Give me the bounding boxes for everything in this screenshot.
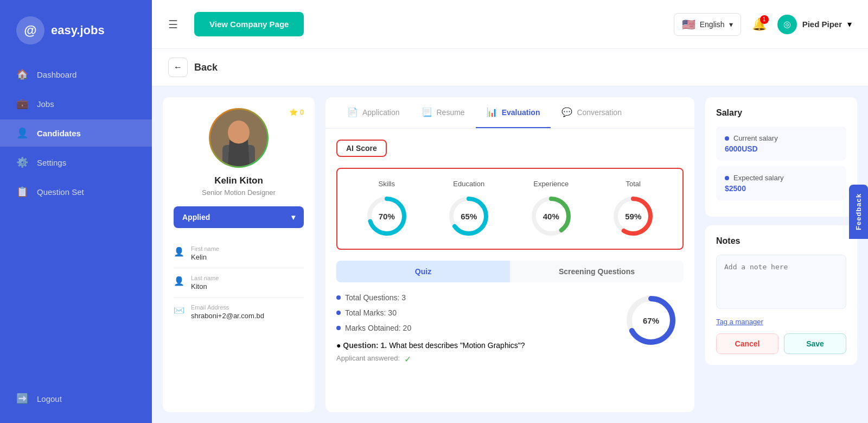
company-chevron-icon: ▾ [847, 19, 852, 29]
avatar [210, 110, 267, 166]
total-questions: Total Questions: 3 [345, 293, 406, 302]
back-button[interactable]: ← [168, 58, 188, 77]
tab-resume-label: Resume [437, 108, 465, 117]
language-selector[interactable]: 🇺🇸 English ▾ [674, 13, 741, 36]
logout-label: Logout [37, 394, 62, 403]
first-name-field: 👤 First name Kelin [174, 239, 304, 268]
sidebar: @ easy.jobs 🏠 Dashboard 💼 Jobs 👤 Candida… [0, 0, 152, 423]
language-label: English [700, 20, 725, 29]
content: ← Back ⭐ 0 [152, 49, 868, 423]
user-icon-2: 👤 [174, 276, 184, 291]
donut-container: 65% [447, 194, 490, 238]
expected-salary-label: Expected salary [725, 174, 838, 182]
total-questions-stat: Total Questions: 3 [336, 293, 608, 302]
email-value: shraboni+2@ar.com.bd [191, 312, 264, 320]
cancel-button[interactable]: Cancel [716, 333, 778, 354]
answer-prefix: Applicant answered: [336, 354, 400, 362]
feedback-tab[interactable]: Feedback [849, 185, 868, 239]
logout-button[interactable]: ➡️ Logout [0, 385, 152, 412]
bullet-icon [336, 295, 341, 300]
sidebar-item-label: Question Set [37, 187, 84, 197]
score-item: Total 59% [595, 180, 672, 238]
tab-application-label: Application [362, 108, 400, 117]
score-label: Skills [379, 180, 395, 188]
notification-badge: 1 [760, 15, 769, 24]
tag-manager-link[interactable]: Tag a manager [716, 318, 846, 326]
sub-tab-bar: Quiz Screening Questions [336, 261, 684, 282]
tab-conversation[interactable]: 💬 Conversation [551, 97, 633, 128]
company-selector[interactable]: ◎ Pied Piper ▾ [777, 15, 852, 34]
main: ☰ View Company Page 🇺🇸 English ▾ 🔔 1 ◎ P… [152, 0, 868, 423]
last-name-field: 👤 Last name Kiton [174, 268, 304, 298]
donut-container: 59% [611, 194, 655, 238]
current-salary-label: Current salary [725, 134, 838, 142]
right-sidebar: Salary Current salary 6000USD Expected s… [705, 97, 857, 412]
notes-section-title: Notes [716, 236, 846, 246]
user-icon: 👤 [174, 247, 184, 261]
svg-point-3 [229, 121, 248, 142]
tab-conversation-label: Conversation [577, 108, 622, 117]
sidebar-item-label: Candidates [37, 129, 81, 138]
current-salary-item: Current salary 6000USD [716, 127, 846, 161]
question-bullet: ● [336, 341, 343, 350]
sidebar-item-dashboard[interactable]: 🏠 Dashboard [0, 61, 152, 88]
panel-content: AI Score Skills 70% Education 65 [326, 129, 694, 412]
score-label: Education [453, 180, 484, 188]
star-icon: ⭐ [289, 108, 298, 116]
last-name-label: Last name [191, 275, 219, 281]
current-salary-dot [725, 136, 729, 141]
quiz-donut-value: 67% [643, 316, 659, 325]
first-name-label: First name [191, 245, 219, 252]
total-marks-stat: Total Marks: 30 [336, 308, 608, 317]
donut-container: 70% [365, 194, 409, 238]
status-dropdown[interactable]: Applied ▾ [174, 206, 304, 228]
quiz-question: ● Question: 1. What best describes "Moti… [336, 341, 608, 350]
back-label: Back [194, 62, 218, 73]
donut-value: 40% [543, 212, 559, 221]
detail-panel: 📄 Application 📃 Resume 📊 Evaluation 💬 Co… [326, 97, 694, 412]
donut-value: 59% [625, 212, 641, 221]
logout-icon: ➡️ [16, 393, 28, 405]
dropdown-chevron-icon: ▾ [291, 213, 295, 222]
sidebar-item-candidates[interactable]: 👤 Candidates [0, 119, 152, 147]
hamburger-icon[interactable]: ☰ [168, 18, 178, 31]
sidebar-logo: @ easy.jobs [0, 11, 152, 61]
sidebar-item-jobs[interactable]: 💼 Jobs [0, 90, 152, 117]
tab-evaluation[interactable]: 📊 Evaluation [476, 97, 551, 128]
star-badge: ⭐ 0 [289, 108, 304, 116]
marks-obtained-stat: Marks Obtained: 20 [336, 324, 608, 332]
candidate-card: ⭐ 0 [163, 97, 315, 412]
logo-text: easy.jobs [51, 23, 105, 37]
notes-actions: Cancel Save [716, 333, 846, 354]
score-item: Education 65% [431, 180, 508, 238]
sub-tab-quiz[interactable]: Quiz [336, 261, 510, 282]
first-name-value: Kelin [191, 253, 219, 261]
email-label: Email Address [191, 304, 264, 311]
logo-icon: @ [16, 16, 44, 45]
donut-value: 65% [461, 212, 477, 221]
tab-application[interactable]: 📄 Application [336, 97, 411, 128]
donut-value: 70% [379, 212, 395, 221]
marks-obtained: Marks Obtained: 20 [345, 324, 411, 332]
sidebar-nav: 🏠 Dashboard 💼 Jobs 👤 Candidates ⚙️ Setti… [0, 61, 152, 385]
salary-card: Salary Current salary 6000USD Expected s… [705, 97, 857, 217]
candidate-header: ⭐ 0 [174, 108, 304, 206]
view-company-button[interactable]: View Company Page [194, 12, 304, 36]
candidates-icon: 👤 [16, 127, 28, 139]
sidebar-item-question-set[interactable]: 📋 Question Set [0, 178, 152, 205]
sidebar-item-label: Settings [37, 158, 66, 167]
sidebar-item-settings[interactable]: ⚙️ Settings [0, 149, 152, 176]
save-button[interactable]: Save [784, 333, 846, 354]
flag-icon: 🇺🇸 [682, 18, 695, 31]
notes-textarea[interactable] [716, 255, 846, 309]
expected-salary-amount: $2500 [725, 184, 838, 193]
content-area: ⭐ 0 [152, 86, 868, 423]
resume-tab-icon: 📃 [422, 107, 432, 117]
notification-button[interactable]: 🔔 1 [752, 17, 767, 31]
settings-icon: ⚙️ [16, 156, 28, 168]
total-marks: Total Marks: 30 [345, 308, 397, 317]
sidebar-item-label: Jobs [37, 99, 54, 109]
salary-section-title: Salary [716, 108, 846, 118]
sub-tab-screening[interactable]: Screening Questions [510, 261, 684, 282]
tab-resume[interactable]: 📃 Resume [411, 97, 476, 128]
